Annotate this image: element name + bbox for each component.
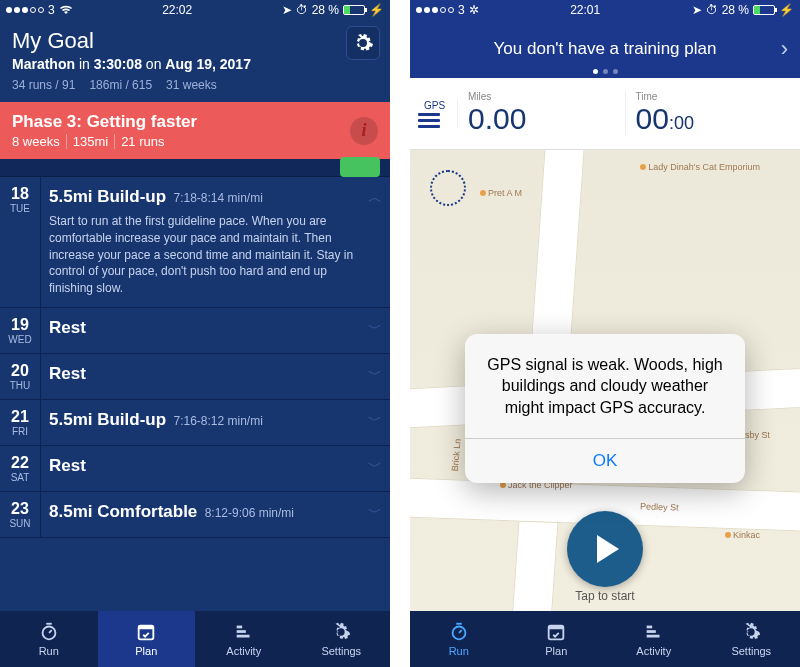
phone-run-screen: 3 ✲ 22:01 ➤ ⏱ 28 % ⚡ You don't have a tr… xyxy=(410,0,800,667)
gps-indicator[interactable]: GPS xyxy=(418,100,458,128)
date-col: 19WED xyxy=(0,308,40,353)
row-title: Rest xyxy=(49,456,86,475)
phone-plan-screen: 3 22:02 ➤ ⏱ 28 % ⚡ My Goal Marathon in 3… xyxy=(0,0,390,667)
alarm-icon: ⏱ xyxy=(296,3,308,17)
stats-row: GPS Miles 0.00 Time 00:00 xyxy=(410,78,800,150)
chevron-right-icon[interactable]: › xyxy=(781,36,788,62)
tab-bar: Run Plan Activity Settings xyxy=(410,611,800,667)
battery-icon xyxy=(753,5,775,15)
loading-icon: ✲ xyxy=(469,3,479,17)
tab-activity[interactable]: Activity xyxy=(605,611,703,667)
phase-stats: 8 weeks135mi21 runs xyxy=(12,134,197,149)
svg-rect-13 xyxy=(646,630,655,633)
alert-overlay: GPS signal is weak. Woods, high building… xyxy=(410,150,800,667)
goal-header: My Goal Marathon in 3:30:08 on Aug 19, 2… xyxy=(0,20,390,102)
row-title: Rest xyxy=(49,364,86,383)
svg-rect-7 xyxy=(236,626,242,629)
map-area[interactable]: Lady Dinah's Cat Emporium Pret A M Brick… xyxy=(410,150,800,667)
info-icon[interactable]: i xyxy=(350,117,378,145)
signal-dots xyxy=(416,7,454,13)
charging-icon: ⚡ xyxy=(369,3,384,17)
row-content: 5.5mi Build-up 7:18-8:14 min/miStart to … xyxy=(40,177,390,307)
tab-plan[interactable]: Plan xyxy=(508,611,606,667)
done-pill xyxy=(340,157,380,177)
tab-activity[interactable]: Activity xyxy=(195,611,293,667)
clock: 22:02 xyxy=(162,3,192,17)
row-desc: Start to run at the first guideline pace… xyxy=(49,213,360,297)
nav-banner[interactable]: You don't have a training plan › xyxy=(410,20,800,78)
stat-miles[interactable]: Miles 0.00 xyxy=(458,91,626,136)
row-title: 8.5mi Comfortable xyxy=(49,502,197,521)
goal-stats: 34 runs / 91 186mi / 615 31 weeks xyxy=(12,78,378,92)
status-bar: 3 22:02 ➤ ⏱ 28 % ⚡ xyxy=(0,0,390,20)
svg-rect-6 xyxy=(236,635,249,638)
row-title: 5.5mi Build-up xyxy=(49,187,166,206)
chevron-up-icon[interactable]: ︿ xyxy=(368,189,382,207)
status-bar: 3 ✲ 22:01 ➤ ⏱ 28 % ⚡ xyxy=(410,0,800,20)
phase-banner[interactable]: Phase 3: Getting faster 8 weeks135mi21 r… xyxy=(0,102,390,159)
battery-icon xyxy=(343,5,365,15)
signal-dots xyxy=(6,7,44,13)
stat-time[interactable]: Time 00:00 xyxy=(626,91,793,136)
location-icon: ➤ xyxy=(692,3,702,17)
wifi-icon xyxy=(59,5,73,15)
svg-rect-4 xyxy=(139,626,154,630)
row-content: Rest﹀ xyxy=(40,354,390,399)
tab-bar: Run Plan Activity Settings xyxy=(0,611,390,667)
tab-run[interactable]: Run xyxy=(0,611,98,667)
clock: 22:01 xyxy=(570,3,600,17)
row-pace: 8:12-9:06 min/mi xyxy=(201,506,294,520)
goal-subtitle: Marathon in 3:30:08 on Aug 19, 2017 xyxy=(12,56,378,72)
date-col: 18TUE xyxy=(0,177,40,307)
svg-rect-14 xyxy=(646,635,659,638)
schedule-row[interactable]: 23SUN8.5mi Comfortable 8:12-9:06 min/mi﹀ xyxy=(0,492,390,538)
svg-rect-12 xyxy=(549,626,564,630)
chevron-down-icon[interactable]: ﹀ xyxy=(368,366,382,384)
svg-rect-1 xyxy=(46,623,52,625)
carrier: 3 xyxy=(48,3,55,17)
settings-gear-button[interactable] xyxy=(346,26,380,60)
chevron-down-icon[interactable]: ﹀ xyxy=(368,412,382,430)
row-content: Rest﹀ xyxy=(40,446,390,491)
date-col: 20THU xyxy=(0,354,40,399)
schedule-row[interactable]: 21FRI5.5mi Build-up 7:16-8:12 min/mi﹀ xyxy=(0,400,390,446)
row-title: 5.5mi Build-up xyxy=(49,410,166,429)
alert-ok-button[interactable]: OK xyxy=(465,438,745,483)
chevron-down-icon[interactable]: ﹀ xyxy=(368,458,382,476)
phase-title: Phase 3: Getting faster xyxy=(12,112,197,132)
page-dots xyxy=(593,69,618,74)
goal-title: My Goal xyxy=(12,28,378,54)
schedule-row[interactable]: 18TUE5.5mi Build-up 7:18-8:14 min/miStar… xyxy=(0,177,390,308)
alarm-icon: ⏱ xyxy=(706,3,718,17)
svg-rect-9 xyxy=(456,623,462,625)
row-pace: 7:16-8:12 min/mi xyxy=(170,414,263,428)
row-content: 8.5mi Comfortable 8:12-9:06 min/mi﹀ xyxy=(40,492,390,537)
gps-alert: GPS signal is weak. Woods, high building… xyxy=(465,334,745,484)
date-col: 21FRI xyxy=(0,400,40,445)
location-icon: ➤ xyxy=(282,3,292,17)
date-col: 23SUN xyxy=(0,492,40,537)
svg-line-10 xyxy=(459,630,462,633)
tab-run[interactable]: Run xyxy=(410,611,508,667)
row-content: 5.5mi Build-up 7:16-8:12 min/mi﹀ xyxy=(40,400,390,445)
svg-line-2 xyxy=(49,630,52,633)
svg-rect-15 xyxy=(646,626,652,629)
row-pace: 7:18-8:14 min/mi xyxy=(170,191,263,205)
schedule-list[interactable]: 18TUE5.5mi Build-up 7:18-8:14 min/miStar… xyxy=(0,177,390,611)
tab-settings[interactable]: Settings xyxy=(293,611,391,667)
tab-plan[interactable]: Plan xyxy=(98,611,196,667)
alert-message: GPS signal is weak. Woods, high building… xyxy=(465,334,745,439)
chevron-down-icon[interactable]: ﹀ xyxy=(368,504,382,522)
row-title: Rest xyxy=(49,318,86,337)
date-col: 22SAT xyxy=(0,446,40,491)
tab-settings[interactable]: Settings xyxy=(703,611,801,667)
schedule-row[interactable]: 20THURest﹀ xyxy=(0,354,390,400)
charging-icon: ⚡ xyxy=(779,3,794,17)
schedule-row[interactable]: 22SATRest﹀ xyxy=(0,446,390,492)
partial-row xyxy=(0,159,390,177)
row-content: Rest﹀ xyxy=(40,308,390,353)
schedule-row[interactable]: 19WEDRest﹀ xyxy=(0,308,390,354)
battery-pct: 28 % xyxy=(312,3,339,17)
chevron-down-icon[interactable]: ﹀ xyxy=(368,320,382,338)
svg-rect-5 xyxy=(236,630,245,633)
